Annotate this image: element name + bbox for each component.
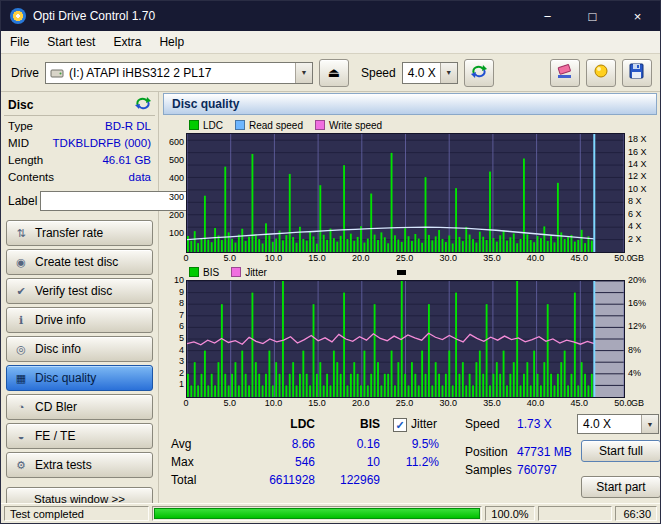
legend-label: LDC: [203, 120, 223, 131]
sidebar-item-disc-quality[interactable]: ▦Disc quality: [6, 365, 153, 391]
legend-swatch: [189, 120, 199, 130]
axis-tick-label: 5.0: [223, 398, 236, 409]
sidebar-item-disc-info[interactable]: ◎Disc info: [6, 336, 153, 362]
menu-item-extra[interactable]: Extra: [104, 32, 150, 52]
sidebar-item-drive-info[interactable]: ℹDrive info: [6, 307, 153, 333]
legend-swatch: [189, 267, 199, 277]
window-title: Opti Drive Control 1.70: [33, 9, 155, 23]
maximize-button[interactable]: □: [570, 1, 615, 31]
axis-tick-label: 40.0: [527, 253, 545, 264]
sidebar-item-extra-tests[interactable]: ⚙Extra tests: [6, 452, 153, 478]
start-full-button[interactable]: Start full: [581, 440, 661, 462]
bis-total-value: 122969: [325, 472, 380, 488]
close-button[interactable]: ×: [615, 1, 660, 31]
chevron-down-icon[interactable]: ▼: [440, 63, 457, 83]
ldc-max-value: 546: [225, 454, 315, 470]
legend-swatch: [315, 120, 325, 130]
legend-item-ldc: LDC: [189, 120, 223, 131]
axis-tick-label: 35.0: [483, 253, 501, 264]
smart-info-button[interactable]: [586, 59, 616, 87]
position-stat-label: Position: [465, 444, 508, 460]
legend-label: BIS: [203, 267, 219, 278]
sidebar-item-label: Verify test disc: [35, 284, 112, 298]
drive-select[interactable]: (I:) ATAPI iHBS312 2 PL17 ▼: [45, 62, 313, 84]
legend-item-bis: BIS: [189, 267, 219, 278]
top-chart-legend: LDCRead speedWrite speed: [161, 118, 659, 133]
axis-tick-label: 9: [179, 288, 184, 297]
axis-tick-label: 3: [179, 357, 184, 366]
axis-tick-label: 6 X: [628, 210, 642, 219]
axis-tick-label: 4: [179, 346, 184, 355]
extra-tests-icon: ⚙: [14, 459, 28, 472]
erase-disc-button[interactable]: [550, 59, 580, 87]
menu-item-file[interactable]: File: [1, 32, 38, 52]
progress-bar: [152, 506, 482, 521]
status-bar: Test completed 100.0% 66:30: [1, 503, 660, 523]
chevron-down-icon[interactable]: ▼: [641, 415, 658, 433]
disc-info-icon: ◎: [14, 343, 28, 356]
axis-tick-label: 20%: [628, 276, 646, 285]
disc-info-label: Type: [8, 119, 33, 134]
sidebar-item-label: Drive info: [35, 313, 86, 327]
bis-avg-value: 0.16: [325, 436, 380, 452]
menu-item-help[interactable]: Help: [150, 32, 193, 52]
menu-item-start-test[interactable]: Start test: [38, 32, 104, 52]
axis-tick-label: 100: [169, 229, 184, 238]
max-row-label: Max: [171, 454, 194, 470]
sidebar-item-verify-test-disc[interactable]: ✔Verify test disc: [6, 278, 153, 304]
drive-select-value: (I:) ATAPI iHBS312 2 PL17: [64, 66, 295, 80]
axis-tick-label: 600: [169, 138, 184, 147]
bottom-chart-legend: BISJitter: [161, 265, 659, 280]
axis-tick-label: 50.0: [614, 398, 632, 409]
drive-label: Drive: [11, 66, 39, 80]
start-part-button[interactable]: Start part: [581, 476, 661, 498]
axis-tick-label: 10.0: [265, 398, 283, 409]
legend-label: Jitter: [245, 267, 267, 278]
bis-column-header: BIS: [325, 416, 380, 432]
ldc-total-value: 6611928: [225, 472, 315, 488]
refresh-disc-icon[interactable]: [135, 96, 151, 113]
save-results-button[interactable]: [622, 59, 652, 87]
axis-tick-label: 16%: [628, 299, 646, 308]
speed-label: Speed: [361, 66, 396, 80]
disc-info-value: BD-R DL: [105, 119, 151, 134]
sidebar-item-label: Disc info: [35, 342, 81, 356]
avg-row-label: Avg: [171, 436, 191, 452]
axis-tick-label: 8%: [628, 346, 641, 355]
disc-sidebar: Disc TypeBD-R DLMIDTDKBLDRFB (000)Length…: [1, 91, 159, 503]
layer-break-marker: [397, 270, 406, 275]
refresh-speeds-button[interactable]: [464, 59, 494, 87]
bis-max-value: 10: [325, 454, 380, 470]
axis-tick-label: 7: [179, 311, 184, 320]
axis-tick-label: 40.0: [527, 398, 545, 409]
sidebar-item-transfer-rate[interactable]: ⇅Transfer rate: [6, 220, 153, 246]
progress-fill: [154, 508, 480, 519]
minimize-button[interactable]: −: [525, 1, 570, 31]
legend-label: Read speed: [249, 120, 303, 131]
axis-tick-label: 4 X: [628, 222, 642, 231]
axis-tick-label: 30.0: [439, 253, 457, 264]
ldc-avg-value: 8.66: [225, 436, 315, 452]
chevron-down-icon[interactable]: ▼: [295, 63, 312, 83]
axis-unit-label: GB: [631, 253, 644, 264]
sidebar-item-fe-te[interactable]: ◒FE / TE: [6, 423, 153, 449]
scan-speed-select[interactable]: 4.0 X ▼: [577, 414, 659, 434]
sidebar-item-cd-bler[interactable]: ◔CD Bler: [6, 394, 153, 420]
axis-tick-label: 15.0: [308, 253, 326, 264]
disc-info-label: MID: [8, 136, 29, 151]
sidebar-item-create-test-disc[interactable]: ◉Create test disc: [6, 249, 153, 275]
axis-tick-label: 2 X: [628, 235, 642, 244]
eraser-icon: [556, 63, 574, 82]
jitter-checkbox[interactable]: ✓: [393, 418, 407, 432]
create-test-disc-icon: ◉: [14, 256, 28, 269]
axis-tick-label: 20.0: [352, 398, 370, 409]
fe-te-icon: ◒: [14, 430, 28, 442]
speed-stat-value: 1.73 X: [517, 416, 552, 432]
eject-button[interactable]: ⏏: [319, 59, 349, 87]
disc-info-list: TypeBD-R DLMIDTDKBLDRFB (000)Length46.61…: [4, 118, 155, 186]
legend-item-read-speed: Read speed: [235, 120, 303, 131]
axis-tick-label: 0: [183, 398, 188, 409]
results-panel: LDC BIS ✓ Jitter Avg Max Total 8.66 546 …: [165, 414, 657, 502]
jitter-avg-value: 9.5%: [381, 436, 439, 452]
speed-select[interactable]: 4.0 X ▼: [402, 62, 458, 84]
